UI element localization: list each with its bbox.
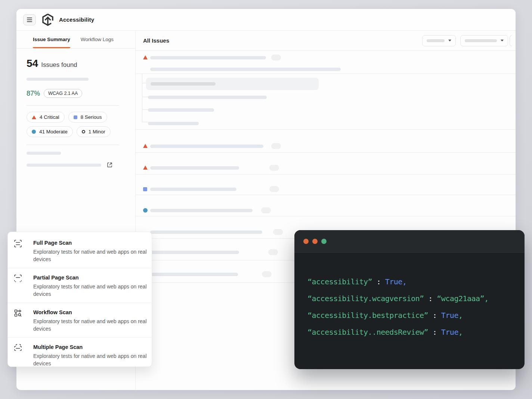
code-token: “accessibility” bbox=[307, 277, 372, 286]
skeleton-bar bbox=[27, 78, 89, 81]
tab-workflow-logs[interactable]: Workflow Logs bbox=[81, 31, 114, 48]
terminal-window: “accessibility” : True, “accessibility.w… bbox=[294, 230, 525, 369]
skeleton-bar bbox=[427, 39, 445, 42]
scan-item-title: Partial Page Scan bbox=[33, 274, 146, 281]
code-token: : bbox=[424, 294, 437, 303]
menu-item-full-page-scan[interactable]: Full Page Scan Exploratory tests for nat… bbox=[8, 233, 152, 268]
moderate-circle-icon bbox=[32, 130, 36, 134]
filter-dropdown-clipped[interactable] bbox=[510, 35, 512, 46]
logo-icon bbox=[41, 13, 55, 27]
skeleton-bar bbox=[148, 108, 214, 112]
skeleton-bar bbox=[150, 68, 341, 71]
issue-row[interactable] bbox=[136, 195, 516, 216]
serious-square-icon bbox=[143, 187, 147, 191]
code-token: “accessibility..needsReview” bbox=[307, 328, 428, 337]
minor-ring-icon bbox=[82, 130, 85, 133]
tab-issue-summary[interactable]: Issue Summary bbox=[33, 31, 70, 48]
skeleton-bar bbox=[150, 56, 266, 59]
workflow-scan-icon bbox=[14, 309, 22, 317]
skeleton-bar bbox=[148, 122, 199, 125]
divider bbox=[27, 145, 119, 145]
code-token: : bbox=[428, 311, 441, 320]
scan-item-description: Exploratory tests for native and web app… bbox=[33, 283, 149, 298]
tree-line bbox=[142, 74, 142, 122]
critical-triangle-icon bbox=[143, 144, 148, 148]
code-token: “accessibility.bestpractice” bbox=[307, 311, 428, 320]
issue-row[interactable] bbox=[136, 174, 516, 195]
skeleton-bar bbox=[150, 251, 239, 254]
severity-pill-moderate[interactable]: 41 Moderate bbox=[27, 126, 73, 137]
menu-item-workflow-scan[interactable]: Workflow Scan Exploratory tests for nati… bbox=[8, 303, 152, 337]
issue-row[interactable] bbox=[136, 153, 516, 174]
traffic-light-icon bbox=[303, 239, 309, 244]
severity-pill-critical[interactable]: 4 Critical bbox=[27, 112, 65, 123]
code-token: : bbox=[372, 277, 385, 286]
serious-square-icon bbox=[74, 115, 77, 119]
code-token: True bbox=[441, 311, 458, 320]
code-token: “accessibility.wcagversion” bbox=[307, 294, 424, 303]
menu-item-partial-page-scan[interactable]: Partial Page Scan Exploratory tests for … bbox=[8, 268, 152, 303]
severity-pill-serious[interactable]: 8 Serious bbox=[68, 112, 107, 123]
issue-row[interactable] bbox=[136, 51, 516, 74]
skeleton-bar bbox=[150, 273, 238, 276]
count-badge-skeleton bbox=[269, 186, 279, 192]
skeleton-bar bbox=[150, 188, 236, 191]
moderate-circle-icon bbox=[143, 208, 148, 213]
issues-count: 54 bbox=[27, 58, 38, 69]
count-badge-skeleton bbox=[273, 229, 283, 235]
skeleton-bar bbox=[150, 166, 239, 170]
skeleton-bar bbox=[150, 209, 253, 212]
external-link-icon[interactable] bbox=[106, 162, 113, 168]
skeleton-bar bbox=[150, 231, 262, 234]
count-badge-skeleton bbox=[261, 207, 271, 213]
count-badge-skeleton bbox=[271, 55, 281, 61]
issue-row[interactable] bbox=[136, 130, 516, 153]
menu-item-multiple-page-scan[interactable]: Multiple Page Scan Exploratory tests for… bbox=[8, 337, 152, 372]
severity-pill-minor[interactable]: 1 Minor bbox=[77, 126, 111, 137]
severity-label: 1 Minor bbox=[89, 129, 105, 134]
full-page-scan-icon bbox=[14, 239, 22, 248]
partial-page-scan-icon bbox=[14, 274, 22, 282]
terminal-titlebar bbox=[294, 230, 525, 253]
issues-found: 54 Issues found bbox=[27, 58, 126, 69]
code-line: “accessibility” : True, bbox=[307, 273, 517, 290]
code-line: “accessibility.wcagversion” : “wcag21aaa… bbox=[307, 290, 517, 307]
code-token: , bbox=[458, 311, 463, 320]
scan-item-description: Exploratory tests for native and web app… bbox=[33, 352, 149, 367]
sidebar-tabs: Issue Summary Workflow Logs bbox=[16, 31, 135, 49]
scan-item-description: Exploratory tests for native and web app… bbox=[33, 248, 149, 263]
count-badge-skeleton bbox=[269, 165, 279, 171]
critical-triangle-icon bbox=[32, 115, 36, 119]
skeleton-bar bbox=[148, 96, 267, 99]
filter-dropdown[interactable] bbox=[422, 35, 456, 46]
filter-dropdown[interactable] bbox=[460, 35, 508, 46]
issue-group[interactable] bbox=[136, 74, 516, 130]
menu-button[interactable] bbox=[23, 14, 36, 25]
critical-triangle-icon bbox=[143, 55, 148, 59]
chevron-down-icon bbox=[501, 40, 504, 41]
severity-label: 4 Critical bbox=[40, 114, 59, 120]
chevron-down-icon bbox=[448, 40, 451, 41]
code-token: True bbox=[441, 328, 458, 337]
scan-item-title: Workflow Scan bbox=[33, 309, 146, 316]
terminal-body: “accessibility” : True, “accessibility.w… bbox=[294, 253, 525, 341]
skeleton-bar bbox=[150, 145, 263, 148]
traffic-light-icon bbox=[312, 239, 318, 244]
app-logo bbox=[41, 13, 55, 27]
code-token: True, bbox=[385, 277, 407, 286]
count-badge-skeleton bbox=[271, 143, 281, 149]
code-token: : bbox=[428, 328, 441, 337]
multiple-page-scan-icon bbox=[14, 344, 22, 352]
code-line: “accessibility..needsReview” : True, bbox=[307, 324, 517, 341]
scan-type-menu: Full Page Scan Exploratory tests for nat… bbox=[7, 232, 152, 367]
all-issues-title: All Issues bbox=[143, 37, 169, 44]
tree-line bbox=[142, 109, 148, 110]
scan-item-description: Exploratory tests for native and web app… bbox=[33, 318, 149, 332]
selected-issue-skeleton[interactable] bbox=[146, 78, 319, 90]
count-badge-skeleton bbox=[262, 271, 272, 277]
skeleton-bar bbox=[151, 82, 216, 86]
code-line: “accessibility.bestpractice” : True, bbox=[307, 307, 517, 324]
critical-triangle-icon bbox=[143, 166, 148, 170]
wcag-badge: WCAG 2.1 AA bbox=[44, 89, 82, 98]
hamburger-icon bbox=[27, 18, 32, 22]
